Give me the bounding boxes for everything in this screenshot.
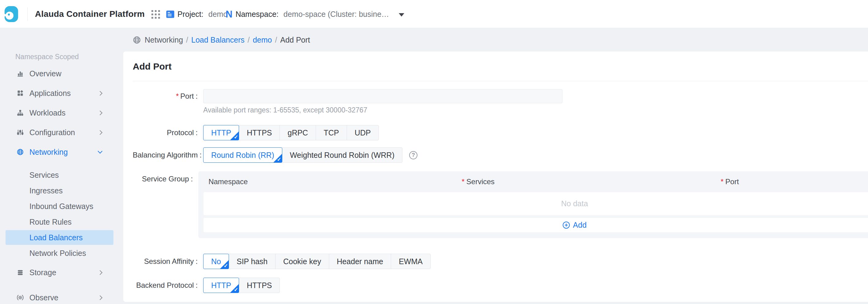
- app-title: Alauda Container Platform: [35, 0, 145, 28]
- service-group-row: Service Group: Namespace *Services *Port…: [133, 171, 868, 238]
- project-label: Project:: [178, 10, 204, 19]
- namespace-label: Namespace:: [236, 10, 278, 19]
- sidebar-item-networking[interactable]: Networking: [5, 145, 114, 159]
- column-header-services: *Services: [456, 177, 715, 186]
- required-marker: *: [462, 177, 464, 186]
- backend-protocol-row: Backend Protocol: HTTP HTTPS: [133, 278, 868, 293]
- breadcrumb-current: Add Port: [280, 35, 310, 44]
- protocol-options: HTTP HTTPS gRPC TCP UDP: [203, 125, 379, 140]
- sidebar-item-observe[interactable]: Observe: [5, 290, 114, 304]
- storage-icon: [17, 269, 24, 276]
- session-affinity-options: No SIP hash Cookie key Header name EWMA: [203, 254, 431, 269]
- backend-protocol-option-https[interactable]: HTTPS: [239, 278, 280, 293]
- sidebar-item-network-policies[interactable]: Network Policies: [5, 246, 114, 261]
- balancing-option-wrr[interactable]: Weighted Round Robin (WRR): [282, 147, 402, 163]
- project-switcher[interactable]: Project: demo: [166, 0, 227, 28]
- add-service-button[interactable]: Add: [562, 221, 586, 230]
- configuration-icon: [17, 129, 24, 136]
- main-content-card: Add Port *Port: Available port ranges: 1…: [123, 52, 868, 302]
- port-input[interactable]: [203, 89, 562, 103]
- breadcrumb-demo-link[interactable]: demo: [253, 35, 272, 44]
- sidebar-item-overview[interactable]: Overview: [5, 66, 114, 81]
- chevron-right-icon: [98, 130, 103, 135]
- port-hint: Available port ranges: 1-65535, except 3…: [203, 106, 562, 114]
- service-group-table-header: Namespace *Services *Port: [204, 171, 868, 192]
- globe-icon: [133, 36, 141, 44]
- breadcrumb-load-balancers-link[interactable]: Load Balancers: [191, 35, 245, 44]
- breadcrumb-separator: /: [275, 35, 277, 44]
- protocol-option-http[interactable]: HTTP: [203, 125, 239, 140]
- namespace-icon: N: [225, 9, 232, 19]
- top-header: Alauda Container Platform Project: demo …: [0, 0, 868, 28]
- page-title: Add Port: [133, 61, 868, 72]
- session-affinity-option-no[interactable]: No: [203, 254, 229, 269]
- session-affinity-option-cookie-key[interactable]: Cookie key: [275, 254, 329, 269]
- backend-protocol-label: Backend Protocol:: [133, 278, 198, 293]
- port-control: Available port ranges: 1-65535, except 3…: [203, 89, 562, 114]
- sidebar-nav: Namespace Scoped Overview Applications: [0, 28, 123, 304]
- protocol-label: Protocol:: [133, 125, 198, 140]
- chevron-right-icon: [98, 110, 103, 115]
- balancing-algorithm-label: Balancing Algorithm:: [133, 147, 198, 163]
- protocol-option-https[interactable]: HTTPS: [239, 125, 280, 140]
- page-bottom-gap: [123, 302, 868, 304]
- service-group-empty-row: No data: [204, 192, 868, 215]
- sidebar-item-inbound-gateways[interactable]: Inbound Gateways: [5, 199, 114, 214]
- service-group-table: Namespace *Services *Port No data: [198, 171, 868, 238]
- workloads-icon: [17, 109, 24, 117]
- chevron-down-icon: [98, 149, 103, 154]
- namespace-switcher[interactable]: N Namespace: demo-space (Cluster: busine…: [225, 0, 404, 28]
- sidebar-item-configuration[interactable]: Configuration: [5, 125, 114, 140]
- port-label: *Port:: [133, 89, 198, 103]
- sidebar-item-applications[interactable]: Applications: [5, 86, 114, 100]
- sidebar-item-route-rules[interactable]: Route Rules: [5, 214, 114, 229]
- overview-icon: [17, 70, 24, 77]
- service-group-label: Service Group:: [133, 171, 193, 187]
- session-affinity-label: Session Affinity:: [133, 254, 198, 269]
- help-icon[interactable]: [409, 151, 417, 159]
- chevron-right-icon: [98, 91, 103, 96]
- session-affinity-option-header-name[interactable]: Header name: [329, 254, 391, 269]
- column-header-port: *Port: [715, 177, 868, 186]
- required-marker: *: [176, 92, 179, 100]
- sidebar-item-workloads[interactable]: Workloads: [5, 105, 114, 120]
- breadcrumb-separator: /: [248, 35, 250, 44]
- balancing-option-rr[interactable]: Round Robin (RR): [203, 147, 282, 163]
- app-launcher-icon[interactable]: [151, 10, 161, 19]
- protocol-option-grpc[interactable]: gRPC: [280, 125, 316, 140]
- namespace-value: demo-space (Cluster: busine…: [283, 10, 389, 19]
- service-group-add-row: Add: [204, 218, 868, 232]
- header-divider: [27, 7, 28, 21]
- sidebar-item-storage[interactable]: Storage: [5, 265, 114, 280]
- protocol-option-udp[interactable]: UDP: [347, 125, 379, 140]
- observe-icon: [17, 294, 24, 301]
- project-value: demo: [209, 10, 228, 19]
- breadcrumb-networking: Networking: [145, 35, 183, 44]
- protocol-row: Protocol: HTTP HTTPS gRPC TCP UDP: [133, 125, 868, 140]
- project-icon: [166, 10, 175, 18]
- sidebar-item-load-balancers[interactable]: Load Balancers: [5, 230, 114, 245]
- protocol-option-tcp[interactable]: TCP: [316, 125, 347, 140]
- session-affinity-row: Session Affinity: No SIP hash Cookie key…: [133, 254, 868, 269]
- balancing-algorithm-options: Round Robin (RR) Weighted Round Robin (W…: [203, 147, 402, 163]
- alauda-logo-icon[interactable]: [4, 6, 19, 22]
- session-affinity-option-sip-hash[interactable]: SIP hash: [229, 254, 276, 269]
- plus-circle-icon: [562, 221, 570, 229]
- networking-globe-icon: [17, 148, 24, 156]
- sidebar-section-label: Namespace Scoped: [15, 53, 123, 61]
- breadcrumb: Networking / Load Balancers / demo / Add…: [133, 28, 310, 52]
- title-divider: [133, 81, 868, 81]
- chevron-right-icon: [98, 295, 103, 300]
- sidebar-item-services[interactable]: Services: [5, 168, 114, 182]
- required-marker: *: [720, 177, 723, 186]
- column-header-namespace: Namespace: [204, 177, 456, 186]
- applications-icon: [17, 90, 24, 97]
- sidebar-item-ingresses[interactable]: Ingresses: [5, 183, 114, 198]
- port-row: *Port: Available port ranges: 1-65535, e…: [133, 89, 868, 114]
- backend-protocol-option-http[interactable]: HTTP: [203, 278, 239, 293]
- balancing-algorithm-row: Balancing Algorithm: Round Robin (RR) We…: [133, 147, 868, 163]
- no-data-text: No data: [561, 199, 588, 208]
- backend-protocol-options: HTTP HTTPS: [203, 278, 280, 293]
- session-affinity-option-ewma[interactable]: EWMA: [391, 254, 431, 269]
- chevron-down-icon: [399, 13, 404, 17]
